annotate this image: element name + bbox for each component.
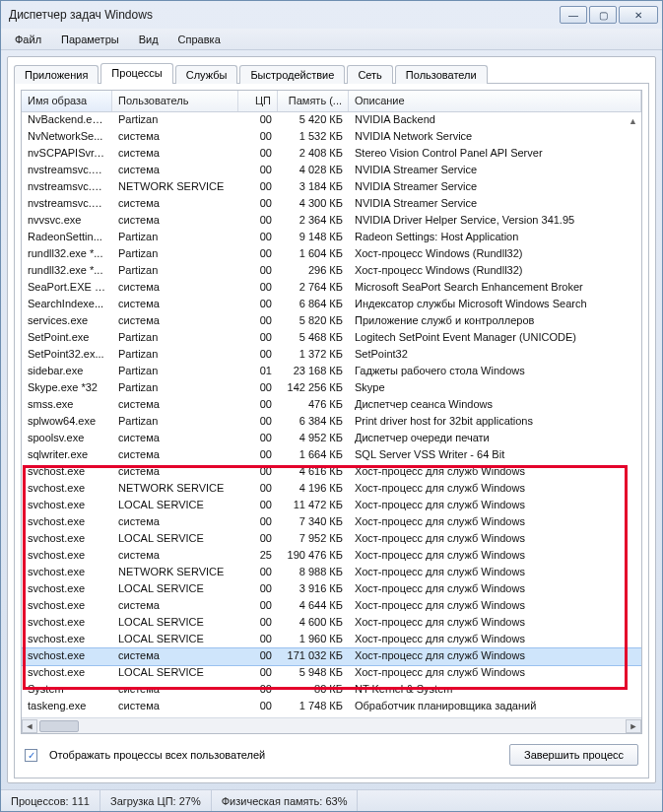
- cell-description: Хост-процесс для служб Windows: [349, 565, 641, 581]
- menu-view[interactable]: Вид: [131, 32, 166, 47]
- cell-cpu: 00: [238, 699, 278, 715]
- table-row[interactable]: svchost.exeсистема007 340 КБХост-процесс…: [22, 514, 641, 531]
- cell-user: Partizan: [112, 414, 238, 431]
- cell-user: система: [112, 297, 238, 313]
- table-row[interactable]: RadeonSettin...Partizan009 148 КБRadeon …: [22, 230, 641, 246]
- table-row[interactable]: svchost.exeNETWORK SERVICE004 196 КБХост…: [22, 481, 641, 498]
- cell-image: SetPoint.exe: [22, 330, 112, 347]
- col-header-memory[interactable]: Память (...: [278, 91, 349, 111]
- table-row[interactable]: svchost.exeLOCAL SERVICE004 600 КБХост-п…: [22, 615, 641, 632]
- cell-image: svchost.exe: [22, 548, 112, 565]
- cell-memory: 296 КБ: [278, 263, 349, 280]
- table-row[interactable]: svchost.exeсистема004 616 КБХост-процесс…: [22, 464, 641, 481]
- process-list-body[interactable]: NvBackend.ex...Partizan005 420 КБNVIDIA …: [22, 112, 641, 717]
- scroll-thumb[interactable]: [39, 720, 79, 732]
- menu-options[interactable]: Параметры: [53, 32, 127, 47]
- table-row[interactable]: nvSCPAPISvr.e...система002 408 КБStereo …: [22, 146, 641, 163]
- table-row[interactable]: taskeng.exeсистема001 748 КБОбработчик п…: [22, 699, 641, 715]
- table-row[interactable]: SetPoint32.ex...Partizan001 372 КБSetPoi…: [22, 347, 641, 364]
- table-row[interactable]: svchost.exeсистема25190 476 КБХост-проце…: [22, 548, 641, 565]
- cell-cpu: 00: [238, 112, 278, 129]
- cell-user: Partizan: [112, 330, 238, 347]
- col-header-cpu[interactable]: ЦП: [238, 91, 278, 111]
- cell-description: SetPoint32: [349, 347, 641, 364]
- tab-processes[interactable]: Процессы: [100, 63, 172, 84]
- menu-file[interactable]: Файл: [7, 32, 49, 47]
- cell-description: Хост-процесс Windows (Rundll32): [349, 246, 641, 263]
- cell-image: NvNetworkSe...: [22, 129, 112, 146]
- table-row[interactable]: SetPoint.exePartizan005 468 КБLogitech S…: [22, 330, 641, 347]
- cell-user: система: [112, 447, 238, 464]
- table-row[interactable]: svchost.exeLOCAL SERVICE005 948 КБХост-п…: [22, 665, 641, 682]
- table-row[interactable]: splwow64.exePartizan006 384 КБPrint driv…: [22, 414, 641, 431]
- table-row[interactable]: svchost.exeсистема004 644 КБХост-процесс…: [22, 598, 641, 615]
- table-row[interactable]: SeaPort.EXE *32система002 764 КБMicrosof…: [22, 280, 641, 297]
- cell-cpu: 00: [238, 498, 278, 514]
- close-button[interactable]: ✕: [619, 6, 658, 24]
- table-row[interactable]: Skype.exe *32Partizan00142 256 КБSkype: [22, 380, 641, 397]
- titlebar[interactable]: Диспетчер задач Windows — ▢ ✕: [1, 1, 662, 29]
- table-row[interactable]: svchost.exeсистема00171 032 КБХост-проце…: [22, 648, 641, 665]
- cell-memory: 3 916 КБ: [278, 581, 349, 598]
- show-all-users-checkbox[interactable]: ✓: [25, 749, 37, 762]
- table-row[interactable]: sqlwriter.exeсистема001 664 КБSQL Server…: [22, 447, 641, 464]
- cell-image: nvstreamsvc.e...: [22, 196, 112, 213]
- cell-user: NETWORK SERVICE: [112, 179, 238, 196]
- table-row[interactable]: NvBackend.ex...Partizan005 420 КБNVIDIA …: [22, 112, 641, 129]
- scroll-up-icon[interactable]: ▲: [626, 113, 640, 128]
- cell-user: система: [112, 699, 238, 715]
- table-row[interactable]: nvstreamsvc.e...система004 028 КБNVIDIA …: [22, 163, 641, 179]
- table-row[interactable]: services.exeсистема005 820 КБПриложение …: [22, 313, 641, 330]
- cell-user: Partizan: [112, 364, 238, 380]
- tab-users[interactable]: Пользователи: [395, 65, 488, 84]
- menubar: Файл Параметры Вид Справка: [1, 29, 662, 50]
- cell-description: Stereo Vision Control Panel API Server: [349, 146, 641, 163]
- table-row[interactable]: NvNetworkSe...система001 532 КБNVIDIA Ne…: [22, 129, 641, 146]
- table-row[interactable]: svchost.exeNETWORK SERVICE008 988 КБХост…: [22, 565, 641, 581]
- end-process-button[interactable]: Завершить процесс: [509, 744, 638, 766]
- scroll-right-icon[interactable]: ►: [626, 719, 641, 733]
- col-header-description[interactable]: Описание: [349, 91, 641, 111]
- cell-cpu: 00: [238, 297, 278, 313]
- table-row[interactable]: svchost.exeLOCAL SERVICE003 916 КБХост-п…: [22, 581, 641, 598]
- minimize-button[interactable]: —: [560, 6, 587, 24]
- cell-cpu: 00: [238, 179, 278, 196]
- cell-memory: 6 864 КБ: [278, 297, 349, 313]
- table-row[interactable]: svchost.exeLOCAL SERVICE0011 472 КБХост-…: [22, 498, 641, 514]
- maximize-button[interactable]: ▢: [589, 6, 617, 24]
- table-row[interactable]: svchost.exeLOCAL SERVICE001 960 КБХост-п…: [22, 632, 641, 648]
- scroll-left-icon[interactable]: ◄: [22, 719, 37, 733]
- col-header-image[interactable]: Имя образа: [22, 91, 112, 111]
- table-row[interactable]: svchost.exeLOCAL SERVICE007 952 КБХост-п…: [22, 531, 641, 548]
- cell-user: LOCAL SERVICE: [112, 531, 238, 548]
- cell-user: NETWORK SERVICE: [112, 565, 238, 581]
- tab-applications[interactable]: Приложения: [14, 65, 99, 84]
- cell-description: NVIDIA Streamer Service: [349, 163, 641, 179]
- menu-help[interactable]: Справка: [170, 32, 229, 47]
- cell-cpu: 00: [238, 598, 278, 615]
- tab-services[interactable]: Службы: [175, 65, 238, 84]
- table-row[interactable]: sidebar.exePartizan0123 168 КБГаджеты ра…: [22, 364, 641, 380]
- table-row[interactable]: nvstreamsvc.e...NETWORK SERVICE003 184 К…: [22, 179, 641, 196]
- cell-cpu: 00: [238, 481, 278, 498]
- cell-memory: 2 764 КБ: [278, 280, 349, 297]
- cell-memory: 1 664 КБ: [278, 447, 349, 464]
- table-row[interactable]: Systemсистема0080 КБNT Kernel & System: [22, 682, 641, 699]
- col-header-user[interactable]: Пользователь: [112, 91, 238, 111]
- table-row[interactable]: spoolsv.exeсистема004 952 КБДиспетчер оч…: [22, 431, 641, 447]
- table-row[interactable]: smss.exeсистема00476 КБДиспетчер сеанса …: [22, 397, 641, 414]
- table-row[interactable]: nvstreamsvc.e...система004 300 КБNVIDIA …: [22, 196, 641, 213]
- table-row[interactable]: rundll32.exe *...Partizan00296 КБХост-пр…: [22, 263, 641, 280]
- horizontal-scrollbar[interactable]: ◄ ►: [22, 717, 641, 733]
- cell-description: NVIDIA Streamer Service: [349, 196, 641, 213]
- table-row[interactable]: nvvsvc.exeсистема002 364 КБNVIDIA Driver…: [22, 213, 641, 230]
- cell-description: Обработчик планировщика заданий: [349, 699, 641, 715]
- cell-description: Хост-процесс для служб Windows: [349, 498, 641, 514]
- tab-network[interactable]: Сеть: [347, 65, 392, 84]
- table-row[interactable]: rundll32.exe *...Partizan001 604 КБХост-…: [22, 246, 641, 263]
- table-row[interactable]: SearchIndexe...система006 864 КБИндексат…: [22, 297, 641, 313]
- cell-user: система: [112, 313, 238, 330]
- tab-performance[interactable]: Быстродействие: [239, 65, 345, 84]
- cell-user: LOCAL SERVICE: [112, 581, 238, 598]
- cell-user: система: [112, 280, 238, 297]
